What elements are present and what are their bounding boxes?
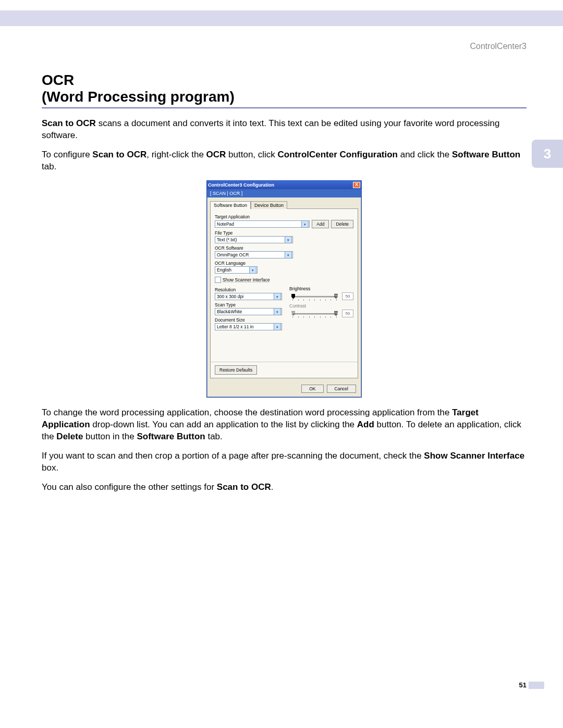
scan-type-value: Black&White bbox=[217, 309, 242, 314]
label-contrast: Contrast bbox=[289, 303, 353, 309]
ocr-language-select[interactable]: English ▾ bbox=[215, 266, 258, 274]
heading-line1: OCR bbox=[42, 72, 74, 88]
label-ocr-software: OCR Software bbox=[215, 245, 353, 251]
show-scanner-checkbox[interactable] bbox=[215, 277, 221, 283]
label-ocr-language: OCR Language bbox=[215, 261, 353, 266]
contrast-slider[interactable] bbox=[289, 311, 340, 317]
p2-t1: To configure bbox=[42, 150, 92, 159]
p2-t3: button, click bbox=[226, 150, 277, 159]
label-target-app: Target Application bbox=[215, 214, 353, 219]
document-size-value: Letter 8 1/2 x 11 in bbox=[217, 324, 253, 329]
chevron-down-icon: ▾ bbox=[285, 236, 292, 243]
p2-b1: Scan to OCR bbox=[92, 150, 146, 159]
label-document-size: Document Size bbox=[215, 317, 282, 323]
cancel-button[interactable]: Cancel bbox=[327, 385, 356, 393]
p3-b2: Add bbox=[357, 419, 374, 429]
ocr-language-value: English bbox=[217, 267, 231, 273]
product-name: ControlCenter3 bbox=[0, 42, 527, 51]
chevron-down-icon: ▾ bbox=[285, 251, 292, 258]
file-type-select[interactable]: Text (*.txt) ▾ bbox=[215, 236, 293, 243]
ok-button[interactable]: OK bbox=[301, 385, 323, 393]
p2-b3: ControlCenter Configuration bbox=[278, 150, 398, 159]
heading-rule bbox=[42, 107, 527, 108]
delete-button[interactable]: Delete bbox=[331, 220, 353, 228]
show-scanner-row[interactable]: Show Scanner Interface bbox=[215, 277, 353, 283]
heading-line2: (Word Processing program) bbox=[42, 89, 235, 105]
p5-t1: You can also configure the other setting… bbox=[42, 482, 217, 492]
page-number: 51 bbox=[519, 681, 527, 689]
chevron-down-icon: ▾ bbox=[249, 266, 256, 274]
p2-b2: OCR bbox=[206, 150, 226, 159]
paragraph-2: To configure Scan to OCR, right-click th… bbox=[42, 149, 527, 173]
ocr-software-value: OmniPage OCR bbox=[217, 252, 249, 257]
paragraph-4: If you want to scan and then crop a port… bbox=[42, 450, 527, 474]
p4-b1: Show Scanner Interface bbox=[424, 451, 524, 461]
paragraph-1: Scan to OCR scans a document and convert… bbox=[42, 118, 527, 142]
section-heading: OCR (Word Processing program) bbox=[42, 72, 527, 105]
chevron-down-icon: ▾ bbox=[301, 220, 309, 228]
document-size-select[interactable]: Letter 8 1/2 x 11 in ▾ bbox=[215, 323, 282, 330]
paragraph-5: You can also configure the other setting… bbox=[42, 482, 527, 493]
resolution-value: 300 x 300 dpi bbox=[217, 294, 243, 299]
dialog-breadcrumb: [ SCAN | OCR ] bbox=[207, 189, 361, 198]
p3-t2: drop-down list. You can add an applicati… bbox=[90, 419, 357, 429]
resolution-select[interactable]: 300 x 300 dpi ▾ bbox=[215, 293, 282, 300]
dialog-title: ControlCenter3 Configuration bbox=[208, 182, 274, 188]
restore-defaults-button[interactable]: Restore Defaults bbox=[215, 365, 257, 375]
page-footer: 51 bbox=[0, 681, 563, 702]
p5-t2: . bbox=[271, 482, 274, 492]
label-resolution: Resolution bbox=[215, 287, 282, 292]
p2-t2: , right-click the bbox=[146, 150, 206, 159]
p4-t2: box. bbox=[42, 463, 58, 473]
p3-b4: Software Button bbox=[137, 431, 205, 441]
dialog-titlebar: ControlCenter3 Configuration X bbox=[207, 181, 361, 189]
chevron-down-icon: ▾ bbox=[274, 308, 281, 315]
p3-t5: tab. bbox=[205, 431, 223, 441]
p2-t5: tab. bbox=[42, 162, 56, 171]
p1-text1: scans a document and converts it into te… bbox=[42, 118, 499, 140]
chevron-down-icon: ▾ bbox=[274, 293, 281, 300]
ocr-software-select[interactable]: OmniPage OCR ▾ bbox=[215, 251, 293, 258]
config-dialog: ControlCenter3 Configuration X [ SCAN | … bbox=[206, 180, 362, 398]
tab-software-button[interactable]: Software Button bbox=[210, 201, 251, 209]
page-top-bar bbox=[0, 10, 563, 26]
label-scan-type: Scan Type bbox=[215, 302, 282, 307]
label-file-type: File Type bbox=[215, 230, 353, 236]
close-button[interactable]: X bbox=[353, 182, 360, 188]
brightness-slider[interactable] bbox=[289, 293, 340, 300]
tab-device-button[interactable]: Device Button bbox=[251, 201, 287, 209]
scan-type-select[interactable]: Black&White ▾ bbox=[215, 308, 282, 315]
target-app-value: NotePad bbox=[217, 221, 234, 227]
chevron-down-icon: ▾ bbox=[274, 323, 281, 330]
p2-t4: and click the bbox=[398, 150, 452, 159]
add-button[interactable]: Add bbox=[312, 220, 329, 228]
p4-t1: If you want to scan and then crop a port… bbox=[42, 451, 424, 461]
label-brightness: Brightness bbox=[289, 286, 353, 291]
p3-t4: button in the bbox=[83, 431, 137, 441]
contrast-value: 50 bbox=[342, 310, 353, 317]
p3-b3: Delete bbox=[56, 431, 83, 441]
tab-body: Target Application NotePad ▾ Add Delete … bbox=[210, 208, 358, 378]
chapter-tab: 3 bbox=[532, 140, 563, 168]
target-app-select[interactable]: NotePad ▾ bbox=[215, 220, 310, 228]
file-type-value: Text (*.txt) bbox=[217, 237, 237, 242]
p1-bold1: Scan to OCR bbox=[42, 118, 96, 128]
dialog-tabs: Software Button Device Button bbox=[210, 201, 358, 208]
paragraph-3: To change the word processing applicatio… bbox=[42, 407, 527, 443]
p2-b4: Software Button bbox=[452, 150, 520, 159]
brightness-value: 50 bbox=[342, 292, 353, 300]
p5-b1: Scan to OCR bbox=[217, 482, 271, 492]
show-scanner-label: Show Scanner Interface bbox=[223, 277, 270, 282]
p3-t1: To change the word processing applicatio… bbox=[42, 408, 452, 417]
page-accent bbox=[529, 682, 544, 689]
